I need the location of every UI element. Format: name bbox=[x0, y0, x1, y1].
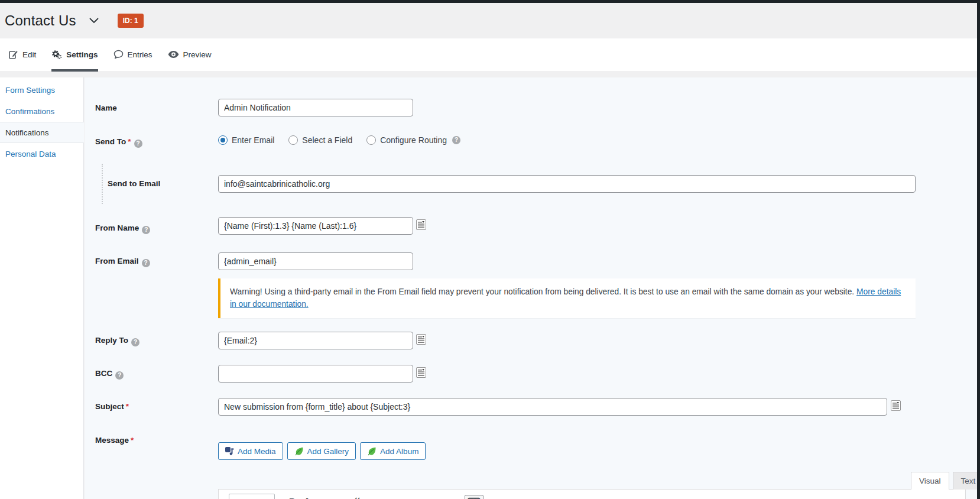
bold-icon[interactable]: B bbox=[289, 497, 296, 499]
from-email-input[interactable] bbox=[218, 252, 413, 270]
message-field-label: Message* bbox=[95, 436, 134, 445]
bcc-input[interactable] bbox=[218, 365, 413, 383]
gears-icon bbox=[51, 50, 62, 59]
media-buttons-row: Add Media Add Gallery Add Album bbox=[218, 442, 426, 460]
numbered-list-icon[interactable]: ≕ bbox=[336, 497, 345, 499]
form-toolbar-tabs: Edit Settings Entries Preview bbox=[0, 38, 980, 72]
bcc-field-label: BCC? bbox=[95, 369, 124, 380]
subject-field-label: Subject* bbox=[95, 402, 129, 411]
editor-tab-visual[interactable]: Visual bbox=[911, 472, 949, 490]
pencil-icon bbox=[9, 50, 18, 59]
keyboard-toolbar-toggle-icon[interactable]: ⌨ bbox=[465, 495, 483, 499]
editor-mode-tabs: Visual Text bbox=[911, 472, 980, 490]
merge-tag-button[interactable] bbox=[416, 219, 426, 230]
bulleted-list-icon[interactable]: ≔ bbox=[318, 497, 327, 499]
blockquote-icon[interactable]: ❛❛ bbox=[355, 497, 361, 499]
send-to-email-field-label: Send to Email bbox=[108, 179, 160, 188]
tab-settings-label: Settings bbox=[66, 50, 98, 59]
merge-tag-button[interactable] bbox=[891, 400, 901, 411]
link-icon[interactable]: ∞ bbox=[414, 497, 420, 499]
settings-sidebar: Form Settings Confirmations Notification… bbox=[0, 77, 84, 499]
message-editor[interactable]: B I ≔ ≕ ❛❛ ≡ ≡ ≡ ∞ ▬ ⌄ ⌨ bbox=[218, 489, 966, 499]
notification-settings-panel: Name Send To*? Enter Email Select a Fiel… bbox=[85, 77, 977, 499]
help-icon[interactable]: ? bbox=[142, 259, 150, 267]
send-to-radio-group: Enter Email Select a Field Configure Rou… bbox=[218, 135, 460, 145]
add-gallery-button[interactable]: Add Gallery bbox=[287, 442, 356, 460]
help-icon[interactable]: ? bbox=[131, 338, 139, 346]
merge-tag-button[interactable] bbox=[416, 334, 426, 345]
radio-selected-icon[interactable] bbox=[218, 135, 228, 145]
form-header: Contact Us ID: 1 bbox=[0, 3, 980, 38]
leaf-icon bbox=[294, 447, 304, 456]
tab-settings[interactable]: Settings bbox=[51, 38, 98, 72]
editor-toolbar-icons: B I ≔ ≕ ❛❛ ≡ ≡ ≡ ∞ ▬ ⌄ ⌨ bbox=[289, 494, 483, 499]
form-id-badge: ID: 1 bbox=[118, 14, 144, 28]
subject-input[interactable] bbox=[218, 398, 887, 416]
sidebar-item-notifications[interactable]: Notifications bbox=[0, 122, 84, 143]
warning-text: Warning! Using a third-party email in th… bbox=[230, 287, 856, 296]
tab-preview-label: Preview bbox=[183, 50, 212, 59]
add-gallery-label: Add Gallery bbox=[307, 447, 349, 456]
align-center-icon[interactable]: ≡ bbox=[384, 497, 390, 499]
help-icon[interactable]: ? bbox=[142, 226, 150, 234]
radio-unselected-icon[interactable] bbox=[366, 135, 376, 145]
eye-icon bbox=[168, 50, 179, 59]
editor-tab-text[interactable]: Text bbox=[953, 472, 980, 490]
speech-bubble-icon bbox=[113, 50, 124, 59]
reply-to-field-label: Reply To? bbox=[95, 336, 139, 346]
help-icon[interactable]: ? bbox=[115, 371, 124, 380]
send-to-field-label: Send To*? bbox=[95, 137, 142, 148]
sidebar-item-personal-data[interactable]: Personal Data bbox=[0, 143, 83, 164]
help-icon[interactable]: ? bbox=[452, 136, 460, 144]
merge-tag-button[interactable] bbox=[416, 367, 426, 378]
media-icon bbox=[225, 447, 234, 455]
top-window-edge bbox=[0, 0, 980, 3]
tab-edit[interactable]: Edit bbox=[9, 38, 36, 72]
from-name-field-label: From Name? bbox=[95, 223, 150, 234]
name-field-label: Name bbox=[95, 103, 117, 112]
radio-select-a-field[interactable]: Select a Field bbox=[288, 135, 352, 145]
name-input[interactable] bbox=[218, 99, 413, 116]
divider bbox=[0, 73, 980, 77]
sidebar-item-form-settings[interactable]: Form Settings bbox=[0, 79, 83, 101]
paragraph-format-dropdown[interactable] bbox=[229, 494, 275, 499]
from-name-input[interactable] bbox=[218, 217, 413, 235]
page-scrollbar[interactable] bbox=[977, 0, 980, 499]
align-right-icon[interactable]: ≡ bbox=[399, 497, 404, 499]
radio-configure-routing[interactable]: Configure Routing ? bbox=[366, 135, 460, 145]
help-icon[interactable]: ? bbox=[134, 140, 142, 148]
add-media-button[interactable]: Add Media bbox=[218, 442, 283, 460]
radio-unselected-icon[interactable] bbox=[288, 135, 298, 145]
read-more-icon[interactable]: ▬ bbox=[429, 497, 438, 499]
add-album-label: Add Album bbox=[380, 447, 418, 456]
from-email-field-label: From Email? bbox=[95, 257, 150, 267]
sidebar-item-confirmations[interactable]: Confirmations bbox=[0, 101, 83, 122]
indent-guide-line bbox=[102, 164, 103, 204]
tab-edit-label: Edit bbox=[22, 50, 36, 59]
align-left-icon[interactable]: ≡ bbox=[369, 497, 375, 499]
send-to-email-input[interactable] bbox=[218, 175, 916, 193]
add-album-button[interactable]: Add Album bbox=[360, 442, 426, 460]
tab-preview[interactable]: Preview bbox=[168, 38, 212, 72]
chevron-down-icon[interactable] bbox=[89, 18, 99, 24]
editor-toolbar: B I ≔ ≕ ❛❛ ≡ ≡ ≡ ∞ ▬ ⌄ ⌨ bbox=[219, 490, 965, 499]
from-email-warning-notice: Warning! Using a third-party email in th… bbox=[218, 278, 916, 318]
page-title: Contact Us bbox=[5, 12, 76, 29]
italic-icon[interactable]: I bbox=[305, 497, 309, 499]
add-media-label: Add Media bbox=[238, 447, 276, 456]
tab-entries[interactable]: Entries bbox=[113, 38, 152, 72]
radio-enter-email[interactable]: Enter Email bbox=[218, 135, 274, 145]
leaf-icon bbox=[367, 447, 377, 456]
reply-to-input[interactable] bbox=[218, 332, 413, 349]
fullscreen-icon[interactable]: ⌄ bbox=[447, 497, 455, 499]
tab-entries-label: Entries bbox=[128, 50, 152, 59]
